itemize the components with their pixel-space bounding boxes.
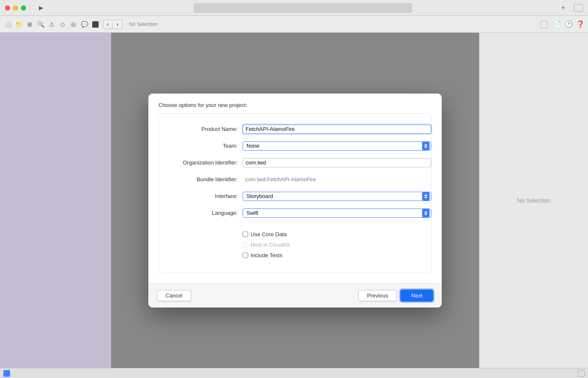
comment-icon[interactable]: 💬 — [80, 20, 89, 29]
bundle-identifier-row: Bundle Identifier: com.twd.FetchAPI-Alam… — [159, 174, 431, 185]
add-icon[interactable]: ＋ — [560, 4, 567, 12]
previous-button[interactable]: Previous — [358, 290, 397, 301]
nav-right[interactable]: › — [113, 20, 122, 29]
maximize-button[interactable] — [21, 5, 26, 10]
interface-row: Interface: Storyboard SwiftUI — [159, 191, 431, 202]
modal-overlay: Choose options for your new project: Pro… — [111, 33, 479, 368]
main-content: Choose options for your new project: Pro… — [0, 33, 588, 368]
run-button[interactable]: ▶ — [36, 3, 46, 13]
file-new-icon[interactable]: 📄 — [553, 20, 561, 28]
modal-body: Product Name: Team: None — [148, 113, 442, 283]
no-selection-label: No Selection — [126, 21, 161, 27]
new-project-dialog: Choose options for your new project: Pro… — [148, 94, 442, 308]
minimize-button[interactable] — [13, 5, 18, 10]
modal-title: Choose options for your new project: — [148, 94, 442, 113]
search-icon[interactable]: 🔍 — [36, 20, 45, 29]
search-bar[interactable] — [194, 3, 412, 13]
use-core-data-row: Use Core Data — [159, 231, 431, 237]
include-tests-label: Include Tests — [243, 252, 282, 258]
nav-controls: ‹ › — [103, 20, 122, 29]
layout-toggle[interactable] — [574, 4, 583, 12]
team-select-wrapper: None — [243, 141, 431, 151]
next-button[interactable]: Next — [400, 289, 433, 302]
host-cloudkit-row: Host in CloudKit — [159, 242, 431, 248]
file-icon[interactable]: ⬜ — [3, 20, 13, 29]
use-core-data-label: Use Core Data — [243, 231, 287, 237]
use-core-data-checkbox[interactable] — [243, 232, 248, 237]
inspector-panel: No Selection — [479, 33, 588, 368]
interface-label: Interface: — [159, 193, 243, 199]
language-row: Language: Swift Objective-C — [159, 208, 431, 219]
language-select-wrapper: Swift Objective-C — [243, 209, 431, 218]
clock-icon[interactable]: 🕐 — [565, 20, 573, 28]
product-name-input[interactable] — [243, 125, 431, 134]
team-select[interactable]: None — [243, 141, 431, 151]
language-label: Language: — [159, 210, 243, 216]
bundle-identifier-label: Bundle Identifier: — [159, 176, 243, 182]
diff-icon[interactable]: ⬛ — [91, 20, 100, 29]
window-controls — [5, 5, 26, 10]
debug-area-toggle[interactable] — [578, 370, 585, 377]
nav-left[interactable]: ‹ — [103, 20, 112, 29]
right-inspector-icons: 📄 🕐 ❓ — [553, 20, 585, 28]
bottom-bar — [0, 368, 588, 378]
toolbar: ⬜ 📁 ⊞ 🔍 ⚠ ◇ ◎ 💬 ⬛ ‹ › No Selection 📄 🕐 ❓ — [0, 16, 588, 33]
inspector-panel-icon[interactable] — [540, 21, 548, 28]
product-name-row: Product Name: — [159, 124, 431, 135]
diamond-icon[interactable]: ◇ — [58, 20, 67, 29]
grid-icon[interactable]: ⊞ — [25, 20, 34, 29]
title-bar: ▶ ＋ — [0, 0, 588, 16]
interface-select[interactable]: Storyboard SwiftUI — [243, 192, 431, 201]
org-identifier-label: Organization Identifier: — [159, 159, 243, 166]
product-name-label: Product Name: — [159, 126, 243, 132]
host-cloudkit-checkbox — [243, 242, 248, 248]
include-tests-row: Include Tests — [159, 252, 431, 258]
host-cloudkit-label: Host in CloudKit — [243, 242, 290, 248]
interface-select-wrapper: Storyboard SwiftUI — [243, 192, 431, 201]
modal-footer: Cancel Previous Next — [148, 283, 442, 308]
team-label: Team: — [159, 143, 243, 149]
center-area: Choose options for your new project: Pro… — [111, 33, 479, 368]
org-identifier-input[interactable] — [243, 158, 431, 167]
bottom-icon — [3, 370, 10, 377]
bundle-identifier-value: com.twd.FetchAPI-AlamoFire — [243, 175, 319, 183]
modal-form-container: Product Name: Team: None — [158, 113, 432, 273]
inspector-no-selection: No Selection — [517, 197, 550, 204]
warning-icon[interactable]: ⚠ — [47, 20, 56, 29]
include-tests-checkbox[interactable] — [243, 253, 248, 258]
form-area: Product Name: Team: None — [159, 114, 431, 273]
folder-icon[interactable]: 📁 — [14, 20, 23, 29]
team-row: Team: None — [159, 141, 431, 151]
help-icon[interactable]: ❓ — [576, 20, 585, 28]
toolbar-right-icons — [540, 21, 548, 28]
xcode-window: ▶ ＋ ⬜ 📁 ⊞ 🔍 ⚠ ◇ ◎ 💬 ⬛ ‹ › No Selection — [0, 0, 588, 378]
source-icon[interactable]: ◎ — [69, 20, 78, 29]
cancel-button[interactable]: Cancel — [157, 290, 191, 301]
language-select[interactable]: Swift Objective-C — [243, 209, 431, 218]
sidebar-left — [0, 33, 111, 368]
org-identifier-row: Organization Identifier: — [159, 157, 431, 168]
close-button[interactable] — [5, 5, 10, 10]
